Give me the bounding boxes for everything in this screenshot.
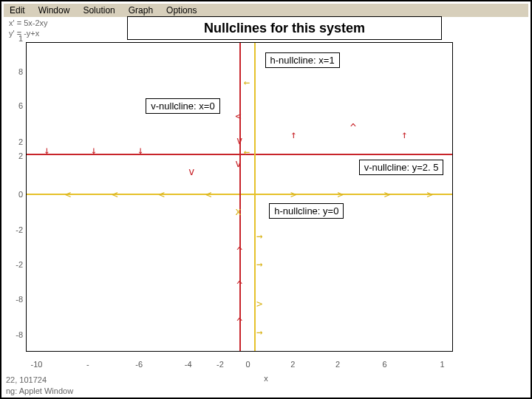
tick-lt: <	[235, 111, 241, 121]
equation-2: y' = -y+x	[9, 29, 48, 38]
arrow-up: ↑	[401, 129, 407, 140]
menu-window[interactable]: Window	[37, 5, 72, 16]
chev-lt: <	[65, 189, 71, 200]
xtick: 2	[290, 360, 295, 369]
label-h-null-x1: h-nullcline: x=1	[265, 52, 340, 68]
footer-note: ng: Applet Window	[6, 386, 73, 395]
arrow-up: ^	[350, 123, 356, 133]
arrow-down: ↓	[44, 145, 50, 155]
ytick: 8	[18, 67, 23, 76]
arrow-down: ↓	[137, 145, 143, 155]
chev-lt: <	[205, 189, 211, 200]
xtick: 6	[382, 360, 386, 369]
v-nullcline-x0	[239, 43, 241, 351]
x-axis-ticks: -10 - -6 -4 -2 0 2 2 6 1	[26, 360, 453, 373]
menu-solution[interactable]: Solution	[81, 5, 116, 16]
ytick: 0	[18, 190, 23, 199]
xtick: 1	[440, 360, 444, 369]
label-h-null-y0: h-nullcline: y=0	[269, 203, 344, 219]
window-outer: Edit Window Solution Graph Options x' = …	[0, 0, 532, 399]
x-mark: x	[235, 206, 241, 216]
chev-lt: <	[112, 189, 117, 200]
ytick: 1	[18, 34, 23, 43]
chev-gt: >	[337, 189, 343, 200]
ytick: -2	[16, 260, 23, 269]
label-v-null-x0: v-nullcline: x=0	[146, 98, 219, 114]
xtick: 0	[245, 360, 250, 369]
tick-caret: ^	[236, 246, 242, 256]
h-nullcline-x1	[254, 43, 256, 351]
menu-bar: Edit Window Solution Graph Options	[4, 4, 528, 17]
arr-left: ←	[244, 77, 250, 87]
chev-gt: >	[426, 189, 432, 200]
ytick: 6	[18, 101, 23, 110]
gt: >	[256, 299, 262, 309]
tick-caret: ^	[236, 317, 242, 327]
xtick: 2	[335, 360, 340, 369]
arr-right: →	[256, 259, 262, 269]
tick-v: v	[236, 135, 242, 146]
plot-title-text: Nullclines for this system	[204, 21, 365, 36]
arrow-down-v: v	[188, 166, 194, 177]
menu-edit[interactable]: Edit	[8, 5, 27, 16]
ytick: -8	[16, 295, 23, 304]
chev-gt: >	[384, 189, 390, 200]
tick-v: v	[235, 158, 241, 168]
label-v-null-y25: v-nullcline: y=2. 5	[359, 160, 444, 175]
arrow-up: ↑	[290, 129, 296, 140]
ytick: 2	[18, 137, 23, 146]
x-axis-label: x	[264, 374, 268, 383]
chev-gt: >	[290, 189, 296, 200]
equations-box: x' = 5x-2xy y' = -y+x	[9, 18, 48, 38]
xtick: -	[86, 360, 89, 369]
ytick: -2	[16, 225, 23, 234]
menu-graph[interactable]: Graph	[127, 5, 154, 16]
equation-1: x' = 5x-2xy	[9, 18, 48, 27]
xtick: -2	[216, 360, 224, 369]
menu-options[interactable]: Options	[165, 5, 198, 16]
arrow-down: ↓	[90, 145, 96, 155]
ytick: -8	[16, 330, 23, 339]
plot-title: Nullclines for this system	[127, 16, 442, 40]
tick-caret: ^	[236, 280, 242, 290]
arr-right: →	[256, 231, 262, 241]
ytick: 2	[18, 151, 23, 160]
time-readout: 22, 101724	[6, 375, 47, 384]
xtick: -10	[30, 360, 42, 369]
plot-area: h-nullcline: x=1 v-nullcline: x=0 v-null…	[26, 42, 453, 352]
arr-left: ←	[244, 146, 250, 157]
xtick: -6	[135, 360, 143, 369]
xtick: -4	[185, 360, 192, 369]
arr-right: →	[256, 327, 262, 337]
chev-lt: <	[159, 189, 165, 200]
y-axis-ticks: 1 8 6 2 2 0 -2 -2 -8 -8	[4, 38, 24, 357]
